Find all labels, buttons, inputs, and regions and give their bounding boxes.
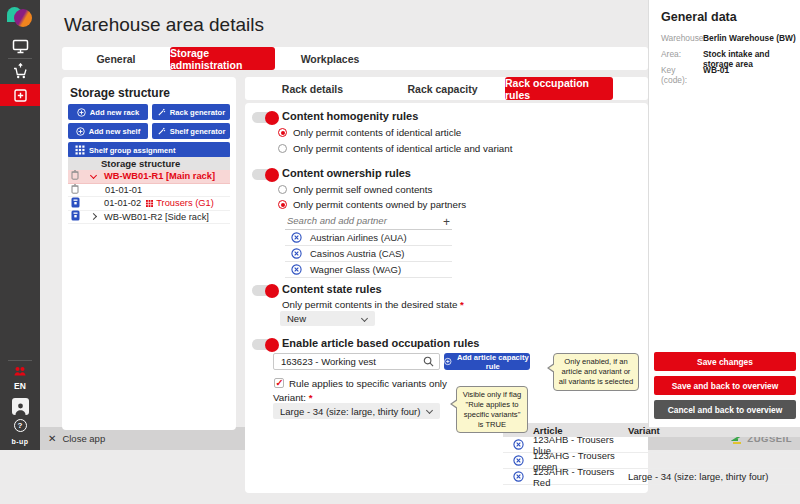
chevron-right-icon[interactable] — [90, 213, 97, 220]
language-label: EN — [14, 381, 26, 391]
close-icon: ✕ — [48, 433, 56, 444]
sidebar-divider-bottom — [8, 360, 32, 361]
remove-partner-icon[interactable] — [291, 248, 302, 259]
close-app-button[interactable]: ✕ Close app — [48, 433, 105, 444]
save-and-back-button[interactable]: Save and back to overview — [654, 376, 796, 395]
remove-partner-icon[interactable] — [291, 264, 302, 275]
sidebar-brand: b-up — [0, 435, 40, 447]
bin-icon-filled[interactable] — [71, 210, 79, 223]
avatar — [12, 398, 29, 415]
cell-variant: Large - 34 (size: large, thirty four) — [628, 471, 800, 482]
remove-partner-icon[interactable] — [291, 232, 302, 243]
language-selector[interactable]: EN — [0, 380, 40, 392]
ownership-radio-self-owned[interactable] — [278, 185, 287, 194]
homogeneity-radio-identical-article[interactable] — [278, 128, 287, 137]
toggle-knob — [265, 338, 279, 352]
toggle-knob — [265, 168, 279, 182]
state-select[interactable]: New — [280, 311, 375, 326]
tab-rack-capacity[interactable]: Rack capacity — [390, 77, 495, 100]
field-key-code: Key (code): WB-01 — [661, 65, 797, 85]
toggle-knob — [265, 111, 279, 125]
left-nav-sidebar: EN ? b-up — [0, 0, 40, 450]
search-icon[interactable] — [423, 356, 434, 367]
storage-structure-panel: Storage structure Add new rack Rack gene… — [62, 77, 236, 430]
plus-circle-icon — [76, 127, 85, 136]
row-icon-cell — [503, 471, 533, 482]
save-changes-button[interactable]: Save changes — [654, 352, 796, 371]
remove-rule-icon[interactable] — [513, 439, 524, 450]
remove-rule-icon[interactable] — [513, 455, 524, 466]
ownership-toggle[interactable] — [252, 169, 278, 180]
note-add-button: Only enabled, if an article and variant … — [553, 353, 639, 391]
homogeneity-toggle[interactable] — [252, 112, 278, 123]
state-title: Content state rules — [282, 283, 382, 295]
partner-name: Austrian Airlines (AUA) — [310, 232, 407, 243]
help-icon: ? — [14, 419, 27, 432]
bin-icon[interactable] — [71, 184, 79, 196]
bin-icon[interactable] — [71, 170, 79, 182]
article-search-input[interactable] — [274, 356, 423, 367]
tree-row-shelf-2[interactable]: 01-01-02 Trousers (G1) — [68, 197, 230, 211]
app-logo-blob — [14, 9, 32, 27]
tree-row-side-rack[interactable]: WB-WB01-R2 [Side rack] — [68, 211, 230, 225]
variant-select-value: Large - 34 (size: large, thirty four) — [280, 406, 420, 417]
toggle-knob — [265, 284, 279, 298]
page-title: Warehouse area details — [64, 14, 264, 36]
add-partner-icon[interactable]: + — [443, 217, 450, 227]
nav-item-warehouse-active[interactable] — [0, 84, 40, 106]
add-new-shelf-label: Add new shelf — [89, 127, 140, 136]
cart-icon — [12, 63, 29, 80]
required-asterisk: * — [309, 392, 313, 403]
bin-icon-filled[interactable] — [71, 197, 79, 210]
state-label: Only permit contents in the desired stat… — [282, 299, 464, 310]
field-label: Key (code): — [661, 65, 703, 85]
tab-rack-occupation-rules[interactable]: Rack occupation rules — [505, 77, 613, 100]
add-article-capacity-rule-label: Add article capacity rule — [456, 353, 530, 371]
tab-rack-details[interactable]: Rack details — [260, 77, 365, 100]
ownership-opt2-label: Only permit contents owned by partners — [293, 199, 466, 210]
homogeneity-radio-article-and-variant[interactable] — [278, 144, 287, 153]
field-value: WB-01 — [703, 65, 729, 85]
article-search-field[interactable] — [273, 353, 440, 370]
rack-generator-label: Rack generator — [170, 108, 225, 117]
state-toggle[interactable] — [252, 285, 278, 296]
tree-row-shelf-1[interactable]: 01-01-01 — [68, 184, 230, 198]
magic-wand-icon — [157, 108, 166, 117]
nav-item-monitor[interactable] — [0, 37, 40, 55]
shelf-generator-button[interactable]: Shelf generator — [152, 123, 230, 139]
add-article-capacity-rule-button[interactable]: Add article capacity rule — [444, 353, 530, 370]
rack-generator-button[interactable]: Rack generator — [152, 104, 230, 120]
tab-storage-administration[interactable]: Storage administration — [170, 47, 275, 70]
chevron-down-icon[interactable] — [90, 172, 97, 179]
monitor-icon — [12, 39, 29, 54]
tab-general[interactable]: General — [62, 47, 170, 70]
add-new-shelf-button[interactable]: Add new shelf — [68, 123, 148, 139]
tree-row-label: WB-WB01-R1 [Main rack] — [104, 171, 215, 181]
homogeneity-opt1-label: Only permit contents of identical articl… — [293, 127, 461, 138]
person-icon — [14, 402, 27, 415]
help-button[interactable]: ? — [0, 418, 40, 432]
nav-item-cart[interactable] — [0, 62, 40, 80]
partner-search-input[interactable] — [285, 213, 452, 230]
user-profile[interactable] — [0, 397, 40, 415]
shelf-group-assignment-button[interactable]: Shelf group assignment — [68, 142, 230, 158]
article-rule-row: 123AHR - Trousers Red Large - 34 (size: … — [503, 469, 800, 485]
article-rules-toggle[interactable] — [252, 339, 278, 350]
variant-select[interactable]: Large - 34 (size: large, thirty four) — [273, 403, 440, 419]
tree-row-label: 01-01-01 — [105, 185, 142, 195]
state-select-value: New — [287, 313, 306, 324]
tree-row-main-rack[interactable]: WB-WB01-R1 [Main rack] — [68, 170, 230, 184]
tree-row-label: 01-01-02 — [104, 198, 141, 208]
tab-workplaces[interactable]: Workplaces — [275, 47, 385, 70]
ownership-opt1-label: Only permit self owned contents — [293, 184, 432, 195]
row-icon-cell — [503, 439, 533, 450]
plus-circle-icon — [444, 357, 452, 366]
tree-header: Storage structure — [68, 157, 230, 170]
nav-item-partners[interactable] — [0, 364, 40, 378]
ownership-radio-partners[interactable] — [278, 200, 287, 209]
add-new-rack-button[interactable]: Add new rack — [68, 104, 148, 120]
cancel-and-back-button[interactable]: Cancel and back to overview — [654, 400, 796, 419]
remove-rule-icon[interactable] — [513, 471, 524, 482]
variants-only-checkbox[interactable] — [274, 378, 284, 388]
app-window: EN ? b-up Warehouse area details General… — [0, 0, 800, 504]
